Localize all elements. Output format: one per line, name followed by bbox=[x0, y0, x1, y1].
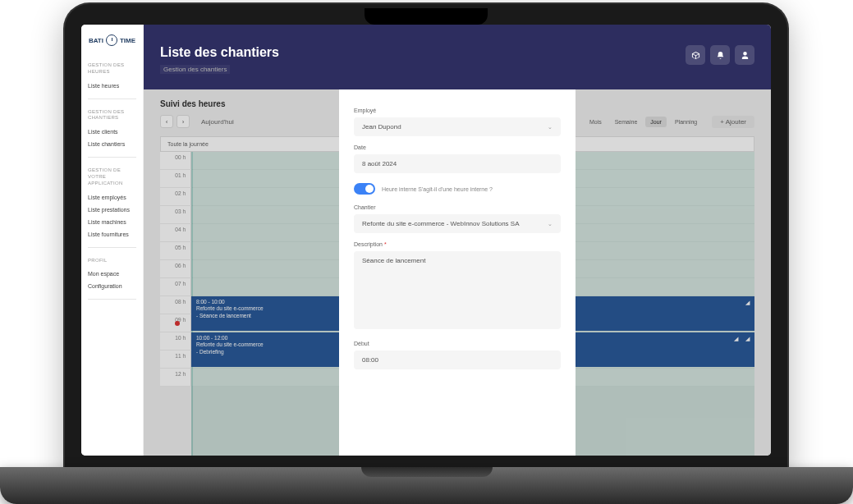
internal-hour-toggle[interactable] bbox=[354, 183, 375, 195]
nav-item-liste-fournitures[interactable]: Liste fournitures bbox=[88, 228, 136, 241]
page-title: Liste des chantiers bbox=[160, 45, 279, 60]
description-textarea[interactable] bbox=[354, 251, 561, 329]
bell-icon[interactable] bbox=[710, 45, 730, 65]
chantier-label: Chantier bbox=[354, 204, 561, 210]
nav-item-liste-machines[interactable]: Liste machines bbox=[88, 216, 136, 228]
nav-group-title: PROFIL bbox=[88, 258, 136, 264]
date-label: Date bbox=[354, 144, 561, 150]
nav-item-liste-prestations[interactable]: Liste prestations bbox=[88, 204, 136, 216]
toggle-label: Heure interne S'agit-il d'une heure inte… bbox=[382, 186, 493, 192]
employee-label: Employé bbox=[354, 108, 561, 113]
page-subtitle: Gestion des chantiers bbox=[160, 65, 230, 74]
nav-item-liste-employes[interactable]: Liste employés bbox=[88, 191, 136, 204]
employee-value: Jean Dupond bbox=[362, 123, 401, 131]
modal: Employé Jean Dupond ⌄ Date 8 août 2024 bbox=[339, 89, 576, 456]
nav-group-title: GESTION DE VOTRE APPLICATION bbox=[88, 167, 136, 186]
user-icon[interactable] bbox=[735, 45, 754, 65]
sidebar: BATI TIME GESTION DES HEURES Liste heure… bbox=[81, 25, 144, 456]
date-input[interactable]: 8 août 2024 bbox=[354, 154, 561, 173]
start-input[interactable]: 08:00 bbox=[354, 351, 561, 369]
cube-icon[interactable] bbox=[686, 45, 705, 65]
logo-text-right: TIME bbox=[120, 37, 135, 44]
clock-icon bbox=[106, 34, 117, 46]
employee-select[interactable]: Jean Dupond ⌄ bbox=[354, 117, 561, 136]
logo: BATI TIME bbox=[88, 34, 136, 46]
chantier-value: Refonte du site e-commerce - WebInnov So… bbox=[362, 220, 520, 227]
nav-item-configuration[interactable]: Configuration bbox=[88, 280, 136, 292]
chevron-down-icon: ⌄ bbox=[548, 124, 553, 131]
nav-group-title: GESTION DES HEURES bbox=[88, 62, 136, 76]
header: Liste des chantiers Gestion des chantier… bbox=[144, 25, 771, 89]
date-value: 8 août 2024 bbox=[362, 160, 397, 167]
chantier-select[interactable]: Refonte du site e-commerce - WebInnov So… bbox=[354, 214, 561, 233]
description-label: Description bbox=[354, 241, 561, 247]
nav-item-liste-chantiers[interactable]: Liste chantiers bbox=[88, 138, 136, 150]
chevron-down-icon: ⌄ bbox=[548, 221, 553, 227]
nav-item-liste-heures[interactable]: Liste heures bbox=[88, 80, 136, 92]
start-label: Début bbox=[354, 341, 561, 346]
nav-group-title: GESTION DES CHANTIERS bbox=[88, 109, 136, 122]
start-value: 08:00 bbox=[362, 356, 378, 364]
nav-item-mon-espace[interactable]: Mon espace bbox=[88, 268, 136, 280]
logo-text-left: BATI bbox=[89, 37, 103, 44]
nav-item-liste-clients[interactable]: Liste clients bbox=[88, 126, 136, 138]
